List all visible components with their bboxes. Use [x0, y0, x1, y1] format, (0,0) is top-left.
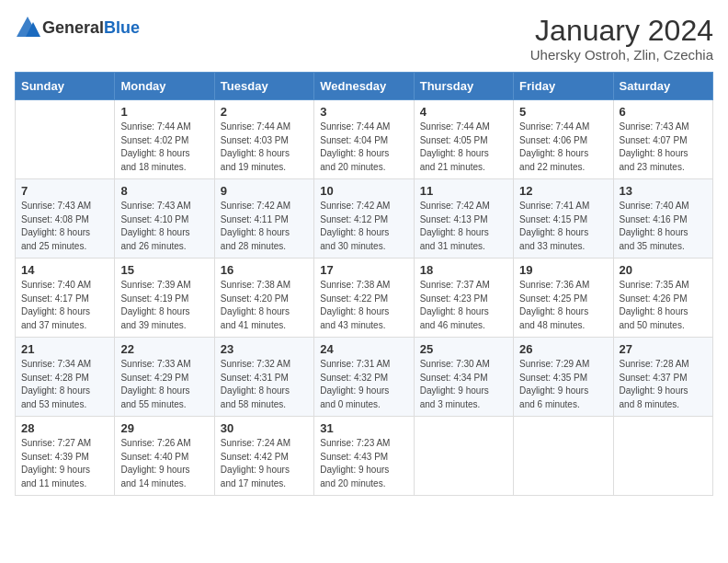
day-cell: 9Sunrise: 7:42 AM Sunset: 4:11 PM Daylig…	[214, 179, 313, 259]
day-cell	[414, 417, 513, 496]
day-number: 14	[21, 263, 108, 277]
title-block: January 2024 Uhersky Ostroh, Zlin, Czech…	[530, 15, 713, 63]
day-info: Sunrise: 7:40 AM Sunset: 4:17 PM Dayligh…	[21, 279, 108, 332]
column-header-monday: Monday	[115, 73, 214, 100]
day-number: 11	[420, 184, 507, 198]
day-info: Sunrise: 7:32 AM Sunset: 4:31 PM Dayligh…	[221, 358, 308, 411]
day-number: 28	[21, 421, 108, 435]
day-number: 15	[120, 263, 208, 277]
header-row: SundayMondayTuesdayWednesdayThursdayFrid…	[16, 73, 713, 100]
day-cell	[613, 417, 712, 496]
day-cell: 14Sunrise: 7:40 AM Sunset: 4:17 PM Dayli…	[16, 259, 115, 338]
day-number: 27	[620, 342, 707, 356]
day-cell: 17Sunrise: 7:38 AM Sunset: 4:22 PM Dayli…	[314, 259, 414, 338]
day-number: 17	[320, 263, 407, 277]
day-number: 22	[120, 342, 208, 356]
day-number: 26	[519, 342, 607, 356]
day-cell	[514, 417, 613, 496]
day-info: Sunrise: 7:44 AM Sunset: 4:06 PM Dayligh…	[519, 121, 607, 174]
day-number: 2	[221, 105, 308, 119]
day-cell: 25Sunrise: 7:30 AM Sunset: 4:34 PM Dayli…	[414, 338, 513, 417]
column-header-saturday: Saturday	[613, 73, 712, 100]
location-subtitle: Uhersky Ostroh, Zlin, Czechia	[530, 47, 713, 63]
week-row-4: 21Sunrise: 7:34 AM Sunset: 4:28 PM Dayli…	[16, 338, 713, 417]
day-info: Sunrise: 7:38 AM Sunset: 4:20 PM Dayligh…	[221, 279, 308, 332]
day-cell: 15Sunrise: 7:39 AM Sunset: 4:19 PM Dayli…	[115, 259, 214, 338]
day-number: 12	[519, 184, 607, 198]
day-number: 25	[420, 342, 507, 356]
logo-text-blue: Blue	[104, 18, 140, 37]
day-number: 8	[120, 184, 208, 198]
day-info: Sunrise: 7:44 AM Sunset: 4:05 PM Dayligh…	[420, 121, 507, 174]
column-header-thursday: Thursday	[414, 73, 513, 100]
day-cell: 1Sunrise: 7:44 AM Sunset: 4:02 PM Daylig…	[115, 100, 214, 179]
day-cell: 30Sunrise: 7:24 AM Sunset: 4:42 PM Dayli…	[214, 417, 313, 496]
day-cell	[16, 100, 115, 179]
day-info: Sunrise: 7:44 AM Sunset: 4:03 PM Dayligh…	[221, 121, 308, 174]
day-cell: 21Sunrise: 7:34 AM Sunset: 4:28 PM Dayli…	[16, 338, 115, 417]
day-info: Sunrise: 7:24 AM Sunset: 4:42 PM Dayligh…	[221, 437, 308, 490]
day-number: 29	[120, 421, 208, 435]
day-info: Sunrise: 7:31 AM Sunset: 4:32 PM Dayligh…	[320, 358, 407, 411]
day-info: Sunrise: 7:35 AM Sunset: 4:26 PM Dayligh…	[620, 279, 707, 332]
day-number: 5	[519, 105, 607, 119]
day-number: 4	[420, 105, 507, 119]
day-cell: 16Sunrise: 7:38 AM Sunset: 4:20 PM Dayli…	[214, 259, 313, 338]
day-cell: 3Sunrise: 7:44 AM Sunset: 4:04 PM Daylig…	[314, 100, 414, 179]
day-info: Sunrise: 7:41 AM Sunset: 4:15 PM Dayligh…	[519, 200, 607, 253]
day-number: 6	[620, 105, 707, 119]
calendar-table: SundayMondayTuesdayWednesdayThursdayFrid…	[15, 72, 713, 496]
day-info: Sunrise: 7:39 AM Sunset: 4:19 PM Dayligh…	[120, 279, 208, 332]
day-number: 1	[120, 105, 208, 119]
day-info: Sunrise: 7:36 AM Sunset: 4:25 PM Dayligh…	[519, 279, 607, 332]
day-cell: 24Sunrise: 7:31 AM Sunset: 4:32 PM Dayli…	[314, 338, 414, 417]
day-info: Sunrise: 7:30 AM Sunset: 4:34 PM Dayligh…	[420, 358, 507, 411]
page-header: GeneralBlue January 2024 Uhersky Ostroh,…	[15, 15, 713, 63]
day-info: Sunrise: 7:27 AM Sunset: 4:39 PM Dayligh…	[21, 437, 108, 490]
day-number: 20	[620, 263, 707, 277]
column-header-friday: Friday	[514, 73, 613, 100]
day-number: 30	[221, 421, 308, 435]
day-number: 19	[519, 263, 607, 277]
day-info: Sunrise: 7:40 AM Sunset: 4:16 PM Dayligh…	[620, 200, 707, 253]
day-cell: 2Sunrise: 7:44 AM Sunset: 4:03 PM Daylig…	[214, 100, 313, 179]
day-cell: 5Sunrise: 7:44 AM Sunset: 4:06 PM Daylig…	[514, 100, 613, 179]
week-row-3: 14Sunrise: 7:40 AM Sunset: 4:17 PM Dayli…	[16, 259, 713, 338]
day-info: Sunrise: 7:43 AM Sunset: 4:08 PM Dayligh…	[21, 200, 108, 253]
day-number: 23	[221, 342, 308, 356]
logo-icon	[15, 15, 40, 40]
day-cell: 29Sunrise: 7:26 AM Sunset: 4:40 PM Dayli…	[115, 417, 214, 496]
day-cell: 27Sunrise: 7:28 AM Sunset: 4:37 PM Dayli…	[613, 338, 712, 417]
day-info: Sunrise: 7:37 AM Sunset: 4:23 PM Dayligh…	[420, 279, 507, 332]
day-cell: 26Sunrise: 7:29 AM Sunset: 4:35 PM Dayli…	[514, 338, 613, 417]
day-number: 10	[320, 184, 407, 198]
day-cell: 28Sunrise: 7:27 AM Sunset: 4:39 PM Dayli…	[16, 417, 115, 496]
logo: GeneralBlue	[15, 15, 140, 40]
day-info: Sunrise: 7:33 AM Sunset: 4:29 PM Dayligh…	[120, 358, 208, 411]
week-row-1: 1Sunrise: 7:44 AM Sunset: 4:02 PM Daylig…	[16, 100, 713, 179]
logo-text-general: General	[42, 18, 104, 37]
day-cell: 12Sunrise: 7:41 AM Sunset: 4:15 PM Dayli…	[514, 179, 613, 259]
day-info: Sunrise: 7:44 AM Sunset: 4:02 PM Dayligh…	[120, 121, 208, 174]
day-cell: 20Sunrise: 7:35 AM Sunset: 4:26 PM Dayli…	[613, 259, 712, 338]
day-info: Sunrise: 7:43 AM Sunset: 4:07 PM Dayligh…	[620, 121, 707, 174]
day-info: Sunrise: 7:42 AM Sunset: 4:13 PM Dayligh…	[420, 200, 507, 253]
day-info: Sunrise: 7:28 AM Sunset: 4:37 PM Dayligh…	[620, 358, 707, 411]
day-number: 31	[320, 421, 407, 435]
week-row-5: 28Sunrise: 7:27 AM Sunset: 4:39 PM Dayli…	[16, 417, 713, 496]
month-year-title: January 2024	[530, 15, 713, 47]
calendar-body: 1Sunrise: 7:44 AM Sunset: 4:02 PM Daylig…	[16, 100, 713, 496]
day-cell: 11Sunrise: 7:42 AM Sunset: 4:13 PM Dayli…	[414, 179, 513, 259]
day-cell: 13Sunrise: 7:40 AM Sunset: 4:16 PM Dayli…	[613, 179, 712, 259]
day-cell: 8Sunrise: 7:43 AM Sunset: 4:10 PM Daylig…	[115, 179, 214, 259]
day-number: 9	[221, 184, 308, 198]
day-cell: 7Sunrise: 7:43 AM Sunset: 4:08 PM Daylig…	[16, 179, 115, 259]
column-header-sunday: Sunday	[16, 73, 115, 100]
week-row-2: 7Sunrise: 7:43 AM Sunset: 4:08 PM Daylig…	[16, 179, 713, 259]
day-number: 13	[620, 184, 707, 198]
day-info: Sunrise: 7:26 AM Sunset: 4:40 PM Dayligh…	[120, 437, 208, 490]
day-info: Sunrise: 7:34 AM Sunset: 4:28 PM Dayligh…	[21, 358, 108, 411]
day-number: 16	[221, 263, 308, 277]
calendar-header: SundayMondayTuesdayWednesdayThursdayFrid…	[16, 73, 713, 100]
column-header-tuesday: Tuesday	[214, 73, 313, 100]
